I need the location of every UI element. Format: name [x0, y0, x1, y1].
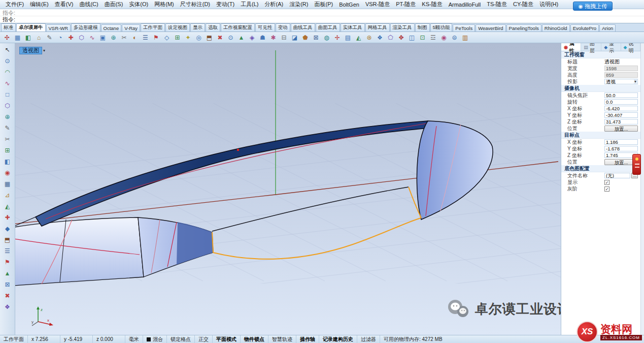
- sidebar-icon-19[interactable]: ☰: [2, 245, 14, 256]
- menu-item-19[interactable]: TS-随意: [484, 1, 510, 8]
- sidebar-icon-18[interactable]: ⬒: [2, 234, 14, 245]
- sidebar-icon-4[interactable]: ∿: [2, 78, 14, 88]
- tab-18[interactable]: 渲染工具: [390, 23, 415, 32]
- toolbar-icon-40[interactable]: ⊡: [418, 33, 427, 42]
- sidebar-icon-16[interactable]: ✚: [2, 212, 14, 223]
- toolbar-icon-32[interactable]: ✢: [332, 33, 342, 42]
- tab-22[interactable]: WeaverBird: [476, 24, 505, 32]
- status-pane-3[interactable]: 平面模式: [213, 335, 241, 343]
- command-input[interactable]: [17, 17, 641, 23]
- status-pane-8[interactable]: 过滤器: [357, 335, 380, 343]
- status-layer[interactable]: 混合: [143, 335, 167, 343]
- viewport-perspective[interactable]: 透视图 ▾ z x y: [15, 43, 561, 335]
- toolbar-icon-28[interactable]: ◪: [290, 33, 299, 42]
- toolbar-icon-20[interactable]: ⬒: [205, 33, 214, 42]
- tab-4[interactable]: 多边形建模: [71, 23, 100, 32]
- panel-tab-4[interactable]: ◆说明: [621, 43, 640, 51]
- panel-tab-3[interactable]: ◆显示: [601, 43, 621, 51]
- toolbar-icon-16[interactable]: ◇: [162, 33, 172, 42]
- toolbar-icon-17[interactable]: ⊞: [173, 33, 182, 42]
- toolbar-icon-7[interactable]: ✚: [66, 33, 76, 42]
- tab-1[interactable]: 标准: [1, 23, 16, 32]
- menu-item-7[interactable]: 网格(M): [151, 1, 177, 8]
- status-pane-1[interactable]: 锁定格点: [167, 335, 195, 343]
- toolbar-icon-18[interactable]: ✦: [183, 33, 193, 42]
- tab-15[interactable]: 曲面工具: [316, 23, 340, 32]
- toolbar-icon-42[interactable]: ◉: [439, 33, 449, 42]
- tab-17[interactable]: 网格工具: [365, 23, 390, 32]
- status-pane-2[interactable]: 正交: [195, 335, 213, 343]
- menu-item-1[interactable]: 文件(F): [3, 1, 27, 8]
- menu-item-13[interactable]: 面板(P): [311, 1, 336, 8]
- toolbar-icon-5[interactable]: ✎: [45, 33, 54, 42]
- menu-item-17[interactable]: KS-随意: [419, 1, 445, 8]
- target-prop-value-2[interactable]: -1.678: [604, 146, 638, 151]
- toolbar-icon-8[interactable]: ⬡: [77, 33, 86, 42]
- tab-25[interactable]: EvolutePro: [570, 24, 599, 32]
- menu-item-18[interactable]: ArmadilloFull: [446, 2, 484, 8]
- toolbar-icon-2[interactable]: ▦: [13, 33, 22, 42]
- sidebar-icon-20[interactable]: ⚑: [2, 257, 14, 267]
- toolbar-icon-26[interactable]: ✱: [268, 33, 278, 42]
- tab-14[interactable]: 曲线工具: [291, 23, 315, 32]
- tab-26[interactable]: Arion: [599, 24, 616, 32]
- sidebar-icon-13[interactable]: ▦: [2, 178, 14, 189]
- tab-21[interactable]: PeTools: [453, 24, 475, 32]
- sidebar-icon-11[interactable]: ◧: [2, 156, 14, 167]
- toolbar-icon-21[interactable]: ✖: [215, 33, 225, 42]
- menu-item-21[interactable]: 说明(H): [536, 1, 561, 8]
- status-pane-4[interactable]: 物件锁点: [241, 335, 268, 343]
- tab-19[interactable]: 制图: [415, 23, 430, 32]
- viewport-title[interactable]: 透视图 ▾: [19, 47, 45, 54]
- camera-prop-value-2[interactable]: 0.0: [604, 99, 638, 105]
- toolbar-icon-14[interactable]: ☰: [141, 33, 150, 42]
- tab-10[interactable]: 选取: [206, 23, 220, 32]
- toolbar-icon-13[interactable]: ◐: [130, 33, 140, 42]
- sidebar-icon-7[interactable]: ⊕: [2, 111, 14, 122]
- status-pane-7[interactable]: 记录建构历史: [319, 335, 357, 343]
- sidebar-icon-23[interactable]: ✖: [2, 290, 14, 301]
- sidebar-icon-3[interactable]: ◠: [2, 67, 14, 77]
- panel-tab-2[interactable]: ▤图层: [581, 43, 601, 51]
- toolbar-icon-39[interactable]: ◫: [407, 33, 417, 42]
- tab-12[interactable]: 可见性: [255, 23, 275, 32]
- toolbar-icon-10[interactable]: ▣: [98, 33, 108, 42]
- viewport-prop-dropdown[interactable]: 透视▾: [604, 79, 638, 84]
- tab-6[interactable]: V-Ray: [122, 24, 140, 32]
- toolbar-icon-15[interactable]: ⚑: [151, 33, 161, 42]
- menu-item-16[interactable]: PT-随意: [393, 1, 419, 8]
- tab-16[interactable]: 实体工具: [341, 23, 365, 32]
- sidebar-icon-6[interactable]: ⬡: [2, 100, 14, 111]
- sidebar-icon-2[interactable]: ⊙: [2, 55, 14, 66]
- camera-prop-value-5[interactable]: 31.473: [604, 119, 638, 124]
- menu-item-5[interactable]: 曲面(S): [101, 1, 126, 8]
- menu-item-2[interactable]: 编辑(E): [27, 1, 52, 8]
- toolbar-icon-44[interactable]: ▥: [460, 33, 470, 42]
- toolbar-icon-25[interactable]: ☗: [258, 33, 267, 42]
- toolbar-icon-24[interactable]: ◈: [247, 33, 257, 42]
- docked-red-bookmark[interactable]: [632, 154, 641, 175]
- menu-item-10[interactable]: 工具(L): [238, 1, 261, 8]
- tab-5[interactable]: Octane: [101, 24, 122, 32]
- status-pane-5[interactable]: 智慧轨迹: [268, 335, 296, 343]
- tab-11[interactable]: 工作视窗配置: [221, 23, 255, 32]
- toolbar-icon-22[interactable]: ⊙: [226, 33, 235, 42]
- sidebar-icon-15[interactable]: ◭: [2, 201, 14, 211]
- upload-button[interactable]: ◉ 拖拽上传: [573, 2, 613, 11]
- sidebar-icon-10[interactable]: ⊞: [2, 145, 14, 155]
- toolbar-icon-35[interactable]: ⊛: [364, 33, 374, 42]
- toolbar-icon-30[interactable]: ⊠: [311, 33, 321, 42]
- toolbar-icon-37[interactable]: ⬠: [386, 33, 395, 42]
- menu-item-20[interactable]: CY-随意: [510, 1, 536, 8]
- toolbar-icon-9[interactable]: ∿: [87, 33, 97, 42]
- tab-23[interactable]: PanelingTools: [506, 24, 541, 32]
- menu-item-14[interactable]: BoltGen: [336, 2, 362, 8]
- toolbar-icon-29[interactable]: ⬟: [300, 33, 310, 42]
- tab-13[interactable]: 变动: [276, 23, 290, 32]
- camera-prop-value-1[interactable]: 50.0: [604, 92, 638, 98]
- tab-20[interactable]: 5颗功能: [430, 23, 453, 32]
- status-cplane[interactable]: 工作平面: [0, 335, 28, 343]
- scene-canvas[interactable]: [15, 43, 561, 335]
- menu-item-11[interactable]: 分析(A): [262, 1, 287, 8]
- toolbar-icon-11[interactable]: ⊕: [109, 33, 118, 42]
